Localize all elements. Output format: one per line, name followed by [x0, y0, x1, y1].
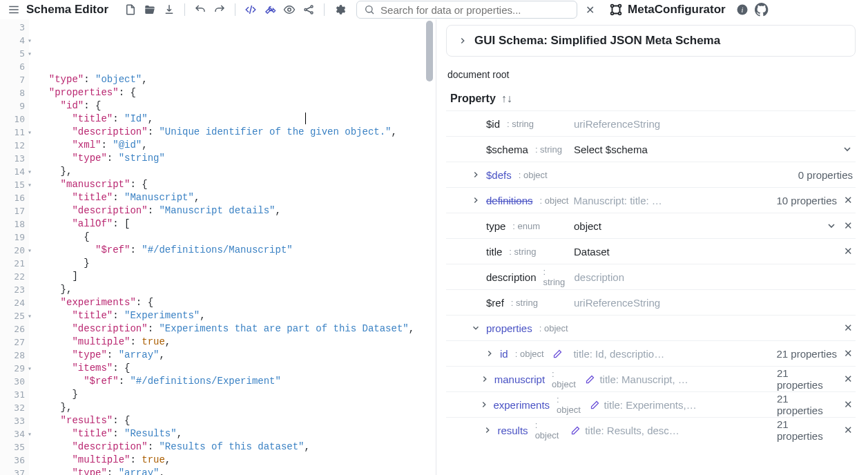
code-icon[interactable] [242, 1, 259, 18]
code-line[interactable]: "description": "Experiments that are par… [37, 322, 436, 336]
code-line[interactable]: "type": "array", [37, 467, 436, 475]
edit-icon[interactable] [590, 400, 600, 410]
open-folder-icon[interactable] [142, 1, 158, 18]
chevron-right-icon[interactable] [470, 170, 482, 180]
remove-icon[interactable]: ✕ [844, 398, 853, 411]
redo-icon[interactable] [211, 1, 228, 18]
code-line[interactable]: } [37, 388, 436, 401]
eye-icon[interactable] [281, 1, 298, 18]
property-name[interactable]: $defs [486, 169, 512, 181]
code-line[interactable]: "experiments": { [37, 296, 436, 309]
edit-icon[interactable] [570, 425, 581, 436]
code-line[interactable]: "manuscript": { [37, 178, 436, 191]
remove-icon[interactable]: ✕ [844, 322, 853, 334]
code-editor[interactable]: 3456789101112131415161718192021222324252… [0, 19, 436, 475]
close-icon[interactable]: ✕ [580, 3, 600, 17]
search-input[interactable] [380, 4, 570, 16]
property-name[interactable]: type [486, 220, 505, 232]
menu-icon[interactable] [6, 1, 22, 18]
code-line[interactable]: "$ref": "#/definitions/Manuscript" [37, 244, 436, 257]
edit-icon[interactable] [585, 374, 595, 385]
remove-icon[interactable]: ✕ [844, 194, 853, 206]
code-line[interactable]: ] [37, 270, 436, 283]
property-name[interactable]: definitions [486, 195, 533, 206]
property-row[interactable]: descriptionstringdescription [446, 264, 856, 289]
property-row[interactable]: resultsobjecttitle: Results, desc…21 pro… [446, 417, 856, 443]
property-row[interactable]: manuscriptobjecttitle: Manuscript, …21 p… [446, 366, 856, 391]
property-value[interactable]: Dataset [574, 246, 767, 258]
code-line[interactable]: "title": "Manuscript", [37, 191, 436, 204]
code-line[interactable]: }, [37, 401, 436, 414]
remove-icon[interactable]: ✕ [844, 245, 853, 258]
property-name[interactable]: $schema [486, 144, 528, 155]
remove-icon[interactable]: ✕ [844, 373, 853, 385]
remove-icon[interactable]: ✕ [844, 220, 853, 232]
property-row[interactable]: idobjecttitle: Id, descriptio…21 propert… [446, 340, 856, 366]
property-row[interactable]: titlestringDataset✕ [446, 238, 856, 264]
property-row[interactable]: $refstringuriReferenceString [446, 289, 856, 315]
chevron-down-icon[interactable] [842, 144, 853, 155]
code-line[interactable]: "description": "Manuscript details", [37, 204, 436, 217]
github-icon[interactable] [753, 1, 770, 18]
code-line[interactable]: "title": "Results", [37, 427, 436, 440]
code-line[interactable]: "properties": { [37, 86, 436, 99]
gear-icon[interactable] [331, 1, 348, 18]
code-line[interactable]: "results": { [37, 414, 436, 427]
property-row[interactable]: $idstringuriReferenceString [446, 110, 856, 136]
property-value[interactable]: Select $schema [574, 144, 767, 155]
code-line[interactable]: { [37, 231, 436, 244]
property-name[interactable]: $id [486, 118, 500, 130]
gui-schema-card[interactable]: GUI Schema: Simplified JSON Meta Schema [446, 25, 856, 57]
code-line[interactable]: "title": "Experiments", [37, 309, 436, 322]
new-file-icon[interactable] [122, 1, 139, 18]
property-row[interactable]: experimentsobjecttitle: Experiments,…21 … [446, 391, 856, 417]
chevron-right-icon[interactable] [483, 349, 496, 358]
code-line[interactable]: }, [37, 283, 436, 296]
property-row[interactable]: definitionsobjectManuscript: title: …10 … [446, 187, 856, 213]
property-name[interactable]: description [486, 271, 537, 283]
chevron-down-icon[interactable] [470, 323, 482, 333]
chevron-right-icon[interactable] [479, 374, 490, 384]
sort-icon[interactable]: ↑↓ [501, 93, 512, 105]
property-name[interactable]: manuscript [494, 374, 545, 385]
property-value[interactable]: object [574, 220, 767, 232]
code-line[interactable]: "items": { [37, 362, 436, 375]
remove-icon[interactable]: ✕ [844, 424, 853, 436]
code-area[interactable]: "type": "object", "properties": { "id": … [29, 19, 436, 475]
property-header[interactable]: Property ↑↓ [446, 88, 856, 110]
property-row[interactable]: propertiesobject✕ [446, 315, 856, 340]
code-line[interactable]: "multiple": true, [37, 336, 436, 349]
edit-icon[interactable] [552, 349, 563, 359]
info-icon[interactable]: i [734, 1, 751, 18]
code-line[interactable]: "description": "Unique identifier of the… [37, 126, 436, 139]
remove-icon[interactable]: ✕ [844, 347, 853, 360]
property-row[interactable]: $defsobject0 properties [446, 162, 856, 187]
code-line[interactable]: "xml": "@id", [37, 139, 436, 152]
undo-icon[interactable] [192, 1, 209, 18]
chevron-down-icon[interactable] [826, 220, 837, 231]
property-name[interactable]: experiments [493, 399, 550, 411]
code-line[interactable]: "multiple": true, [37, 454, 436, 467]
share-icon[interactable] [300, 1, 317, 18]
property-name[interactable]: $ref [486, 297, 504, 309]
chevron-right-icon[interactable] [481, 425, 493, 435]
chevron-right-icon[interactable] [479, 400, 489, 409]
wrench-icon[interactable] [262, 1, 278, 18]
code-line[interactable]: "type": "object", [37, 73, 436, 86]
chevron-right-icon[interactable] [470, 195, 482, 205]
code-line[interactable]: "type": "string" [37, 152, 436, 165]
code-line[interactable]: "id": { [37, 99, 436, 113]
property-row[interactable]: typeenumobject✕ [446, 213, 856, 238]
search-box[interactable] [356, 1, 577, 19]
code-line[interactable]: "$ref": "#/definitions/Experiment" [37, 375, 436, 388]
property-name[interactable]: id [500, 348, 508, 360]
code-line[interactable]: } [37, 257, 436, 270]
code-line[interactable]: "type": "array", [37, 349, 436, 362]
brand[interactable]: MetaConfigurator [608, 2, 726, 17]
property-name[interactable]: title [486, 246, 502, 258]
download-icon[interactable] [161, 1, 177, 18]
property-name[interactable]: properties [486, 322, 532, 334]
scrollbar[interactable] [426, 21, 433, 81]
code-line[interactable]: "allOf": [ [37, 217, 436, 231]
code-line[interactable]: "title": "Id", [37, 113, 436, 126]
